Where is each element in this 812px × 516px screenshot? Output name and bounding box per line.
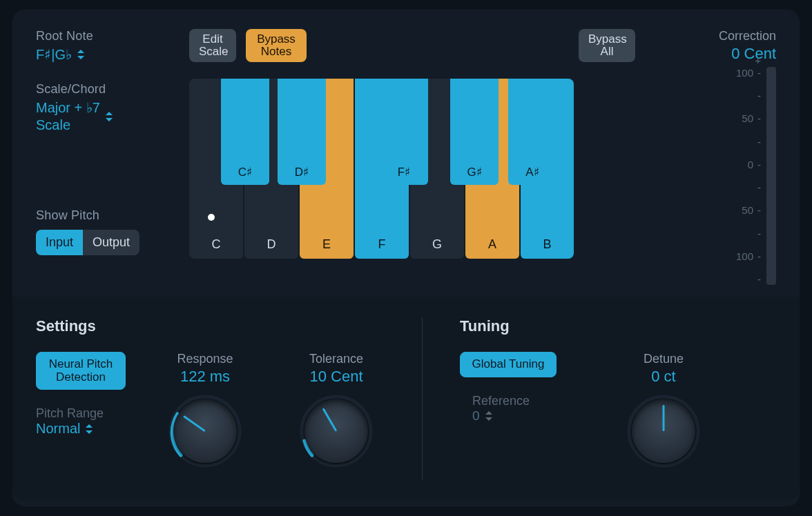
tuning-title: Tuning bbox=[460, 317, 776, 335]
key-d-sharp[interactable]: D♯ bbox=[278, 79, 326, 185]
chevron-updown-icon bbox=[106, 112, 113, 121]
detune-label: Detune bbox=[612, 352, 715, 366]
correction-scale: + 100- - 50- - 0- - 50- - 100- - bbox=[733, 67, 761, 285]
neural-pitch-toggle[interactable]: Neural Pitch Detection bbox=[36, 352, 126, 390]
show-pitch-output-button[interactable]: Output bbox=[83, 230, 139, 255]
show-pitch-segmented: Input Output bbox=[36, 230, 139, 255]
bypass-all-button[interactable]: Bypass All bbox=[579, 29, 635, 62]
scale-chord-line1: Major + ♭7 bbox=[36, 100, 100, 115]
scale-chord-select[interactable]: Major + ♭7 Scale bbox=[36, 99, 189, 134]
correction-value: 0 Cent bbox=[678, 45, 776, 63]
key-f-sharp[interactable]: F♯ bbox=[380, 79, 428, 185]
root-note-label: Root Note bbox=[36, 29, 189, 43]
correction-label: Correction bbox=[678, 29, 776, 43]
chevron-updown-icon bbox=[86, 424, 93, 434]
detune-knob[interactable] bbox=[625, 393, 702, 470]
response-value: 122 ms bbox=[153, 368, 257, 386]
show-pitch-label: Show Pitch bbox=[36, 208, 189, 223]
scale-chord-line2: Scale bbox=[36, 117, 70, 132]
scale-chord-label: Scale/Chord bbox=[36, 82, 189, 97]
root-note-value: F♯|G♭ bbox=[36, 46, 72, 63]
bypass-notes-button[interactable]: Bypass Notes bbox=[246, 29, 307, 62]
chevron-updown-icon bbox=[485, 411, 492, 421]
global-tuning-toggle[interactable]: Global Tuning bbox=[460, 352, 557, 377]
reference-select[interactable]: 0 bbox=[472, 408, 557, 424]
root-note-select[interactable]: F♯|G♭ bbox=[36, 46, 189, 63]
keyboard: C D E F G A B C♯ D♯ F♯ G♯ A♯ bbox=[189, 79, 574, 259]
pitch-range-label: Pitch Range bbox=[36, 406, 126, 421]
response-label: Response bbox=[153, 352, 257, 366]
pitch-indicator-dot bbox=[208, 214, 215, 221]
reference-label: Reference bbox=[472, 394, 557, 408]
edit-scale-button[interactable]: Edit Scale bbox=[189, 29, 236, 62]
show-pitch-input-button[interactable]: Input bbox=[36, 230, 83, 255]
key-c-sharp[interactable]: C♯ bbox=[221, 79, 269, 185]
response-knob[interactable] bbox=[166, 393, 244, 470]
key-g-sharp[interactable]: G♯ bbox=[450, 79, 499, 185]
tolerance-value: 10 Cent bbox=[284, 368, 388, 386]
settings-title: Settings bbox=[36, 317, 408, 335]
pitch-range-select[interactable]: Normal bbox=[36, 421, 126, 437]
chevron-updown-icon bbox=[77, 50, 84, 59]
correction-meter bbox=[766, 67, 776, 285]
detune-value: 0 ct bbox=[612, 368, 715, 386]
tolerance-label: Tolerance bbox=[284, 352, 388, 366]
tolerance-knob[interactable] bbox=[298, 393, 375, 470]
key-a-sharp[interactable]: A♯ bbox=[508, 79, 557, 185]
